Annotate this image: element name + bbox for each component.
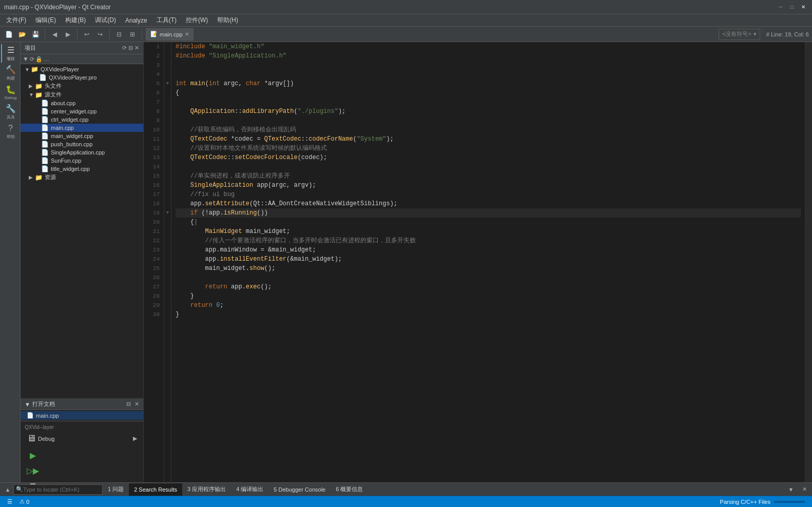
- tree-item-main-widget[interactable]: 📄 main_widget.cpp: [21, 132, 143, 140]
- code-line-25[interactable]: main_widget.show();: [176, 264, 801, 273]
- close-panel-icon[interactable]: ✕: [134, 45, 139, 51]
- sidebar-item-project[interactable]: ☰ 项目: [1, 44, 20, 63]
- code-line-8[interactable]: QApplication::addLibraryPath("./plugins"…: [176, 107, 801, 116]
- menu-help[interactable]: 帮助(H): [213, 15, 242, 26]
- code-line-30[interactable]: }: [176, 310, 801, 319]
- fold-19[interactable]: ▼: [164, 208, 171, 218]
- search-container[interactable]: 🔍: [13, 484, 103, 495]
- lock-icon[interactable]: 🔒: [35, 56, 43, 63]
- code-line-9[interactable]: [176, 116, 801, 125]
- open-docs-close-icon[interactable]: ✕: [134, 401, 139, 407]
- sync-tree-icon[interactable]: ⟳: [30, 56, 34, 63]
- save-button[interactable]: 💾: [30, 29, 41, 40]
- code-line-14[interactable]: [176, 162, 801, 171]
- tree-item-title-widget[interactable]: 📄 title_widget.cpp: [21, 165, 143, 173]
- locate-input[interactable]: [23, 486, 100, 493]
- minimize-button[interactable]: ─: [776, 3, 785, 12]
- menu-edit[interactable]: 编辑(E): [31, 15, 60, 26]
- file-tab-main-cpp[interactable]: 📝 main.cpp ✕: [146, 28, 194, 41]
- collapse-icon[interactable]: ⊟: [128, 45, 133, 51]
- redo-button[interactable]: ↪: [94, 29, 106, 40]
- open-docs-header[interactable]: ▼ 打开文档 ⊟ ✕: [21, 399, 143, 410]
- sidebar-item-debug[interactable]: 🐛 Debug: [1, 83, 20, 102]
- expand-panel-button[interactable]: ▲: [2, 484, 13, 495]
- code-line-6[interactable]: {: [176, 88, 801, 98]
- sync-icon[interactable]: ⟳: [122, 45, 127, 51]
- code-line-3[interactable]: [176, 61, 801, 70]
- symbol-dropdown[interactable]: <没有符号> ▾: [719, 29, 760, 40]
- tree-item-about[interactable]: 📄 about.cpp: [21, 99, 143, 107]
- tree-item-main[interactable]: 📄 main.cpp: [21, 124, 143, 132]
- code-line-19[interactable]: if (!app.isRunning()): [176, 208, 801, 218]
- code-line-7[interactable]: [176, 98, 801, 107]
- open-docs-split-icon[interactable]: ⊟: [126, 401, 131, 407]
- new-file-button[interactable]: 📄: [3, 29, 14, 40]
- tree-item-pro[interactable]: 📄 QXVideoPlayer.pro: [21, 73, 143, 82]
- tab-compile[interactable]: 4 编译输出: [231, 483, 268, 496]
- layout-button[interactable]: ⊞: [127, 29, 138, 40]
- close-bottom-button[interactable]: ✕: [799, 484, 810, 495]
- code-line-29[interactable]: return 0;: [176, 301, 801, 310]
- file-tab-close-icon[interactable]: ✕: [185, 31, 189, 37]
- tree-item-ctrl-widget[interactable]: 📄 ctrl_widget.cpp: [21, 115, 143, 124]
- tree-item-sunfun[interactable]: 📄 SunFun.cpp: [21, 157, 143, 165]
- status-errors[interactable]: ⚠ 0: [16, 498, 32, 505]
- menu-debug[interactable]: 调试(D): [91, 15, 120, 26]
- maximize-button[interactable]: □: [787, 3, 797, 12]
- code-line-18[interactable]: app.setAttribute(Qt::AA_DontCreateNative…: [176, 199, 801, 208]
- more-icon[interactable]: …: [44, 56, 49, 62]
- code-line-11[interactable]: QTextCodec *codec = QTextCodec::codecFor…: [176, 134, 801, 144]
- menu-controls[interactable]: 控件(W): [182, 15, 212, 26]
- tab-issues[interactable]: 1 问题: [103, 483, 129, 496]
- editor-scrollbar[interactable]: [805, 42, 812, 482]
- code-line-20[interactable]: {|: [176, 218, 801, 227]
- code-line-26[interactable]: [176, 273, 801, 282]
- back-button[interactable]: ◀: [49, 29, 60, 40]
- tree-item-center-widget[interactable]: 📄 center_widget.cpp: [21, 107, 143, 115]
- tab-search-results[interactable]: 2 Search Results: [129, 483, 182, 496]
- run-button[interactable]: ▶: [27, 449, 39, 461]
- tree-item-resources[interactable]: ▶ 📁 资源: [21, 173, 143, 182]
- tree-item-push-button[interactable]: 📄 push_button.cpp: [21, 140, 143, 148]
- code-line-22[interactable]: //传入一个要激活程序的窗口，当多开时会激活已有进程的窗口，且多开失败: [176, 236, 801, 245]
- code-line-2[interactable]: #include "SingleApplication.h": [176, 51, 801, 61]
- code-line-17[interactable]: //fix ui bug: [176, 190, 801, 199]
- code-line-13[interactable]: QTextCodec::setCodecForLocale(codec);: [176, 153, 801, 162]
- close-button[interactable]: ✕: [799, 3, 808, 12]
- code-line-15[interactable]: //单实例进程，或者说防止程序多开: [176, 171, 801, 181]
- sidebar-item-build[interactable]: 🔨 构建: [1, 64, 20, 82]
- tree-item-headers[interactable]: ▶ 📁 头文件: [21, 82, 143, 90]
- code-line-10[interactable]: //获取系统编码，否则移植会出现乱码: [176, 125, 801, 134]
- menu-file[interactable]: 文件(F): [2, 15, 30, 26]
- split-button[interactable]: ⊟: [113, 29, 125, 40]
- code-line-21[interactable]: MainWidget main_widget;: [176, 227, 801, 236]
- undo-button[interactable]: ↩: [81, 29, 92, 40]
- status-build-toggle[interactable]: ☰: [4, 498, 15, 505]
- tab-debugger[interactable]: 5 Debugger Console: [268, 483, 331, 496]
- code-line-5[interactable]: int main(int argc, char *argv[]): [176, 79, 801, 88]
- run-next-button[interactable]: ▷▶: [27, 464, 39, 477]
- menu-build[interactable]: 构建(B): [61, 15, 90, 26]
- menu-analyze[interactable]: Analyze: [121, 16, 151, 25]
- open-doc-main-cpp[interactable]: 📄 main.cpp: [21, 411, 143, 420]
- filter-icon[interactable]: ▼: [23, 55, 29, 63]
- code-line-24[interactable]: app.installEventFilter(&main_widget);: [176, 255, 801, 264]
- tree-item-sources[interactable]: ▼ 📁 源文件: [21, 90, 143, 99]
- menu-tools[interactable]: 工具(T): [152, 15, 181, 26]
- tree-item-root[interactable]: ▼ 📁 QXVideoPlayer: [21, 65, 143, 73]
- code-line-28[interactable]: }: [176, 291, 801, 301]
- filter-bottom-button[interactable]: ▼: [785, 484, 797, 495]
- code-line-12[interactable]: //设置和对本地文件系统读写时候的默认编码格式: [176, 144, 801, 153]
- code-line-1[interactable]: #include "main_widget.h": [176, 42, 801, 51]
- tab-general[interactable]: 6 概要信息: [331, 483, 368, 496]
- code-line-23[interactable]: app.mainWindow = &main_widget;: [176, 245, 801, 255]
- code-lines[interactable]: #include "main_widget.h" #include "Singl…: [171, 42, 805, 482]
- code-line-27[interactable]: return app.exec();: [176, 282, 801, 291]
- forward-button[interactable]: ▶: [62, 29, 73, 40]
- sidebar-item-help[interactable]: ? 帮助: [1, 122, 20, 141]
- tree-item-single-app[interactable]: 📄 SingleApplication.cpp: [21, 148, 143, 157]
- file-tree-content[interactable]: ▼ 📁 QXVideoPlayer 📄 QXVideoPlayer.pro ▶ …: [21, 64, 143, 398]
- debug-button[interactable]: 🖥 Debug ▶: [23, 431, 141, 446]
- sidebar-item-tools[interactable]: 🔧 其具: [1, 103, 20, 121]
- code-line-16[interactable]: SingleApplication app(argc, argv);: [176, 181, 801, 190]
